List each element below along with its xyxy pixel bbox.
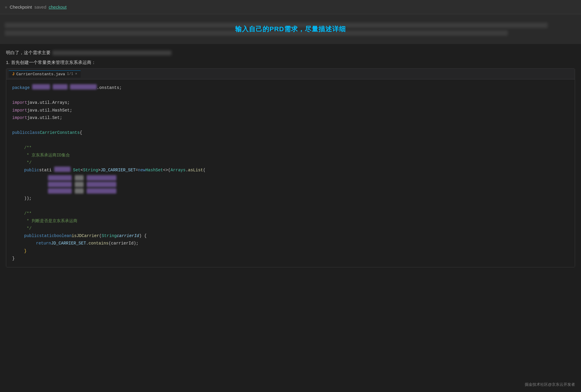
comment1-line3: */ [12,159,569,167]
comment2-line2: * 判断是否是京东系承运商 [12,217,569,225]
top-bar: ☆ Checkpoint saved checkout [0,0,581,14]
content-area: 明白了，这个需求主要 1. 首先创建一个常量类来管理京东系承运商： J Carr… [0,44,581,273]
class-decl: public class CarrierConstants { [12,129,569,137]
comment2-line1: /** [12,210,569,217]
tab-line-count: 1/1 [67,72,74,76]
val-blurred-6 [87,182,116,187]
return-stmt: return JD_CARRIER_SET.contains(carrierId… [12,240,569,247]
intro-blurred [52,51,171,55]
pkg-blurred-1 [32,84,50,90]
val-blurred-5 [75,182,84,187]
package-line: package .onstants; [12,84,569,92]
val-blurred-7 [48,188,72,194]
checkpoint-label: Checkpoint [10,4,32,10]
field-blurred-1 [54,167,71,172]
val-blurred-1 [48,175,72,181]
comment1-line1: /** [12,144,569,152]
saved-label: saved [34,4,46,10]
step-label: 1. 首先创建一个常量类来管理京东系承运商： [6,60,575,65]
toolbar-area: 输入自己的PRD需求，尽量描述详细 [0,14,581,44]
checkpoint-icon: ☆ [5,4,7,10]
comment1-line2: * 京东系承运商ID集合 [12,152,569,159]
val-blurred-3 [87,175,116,181]
comment2-line3: */ [12,225,569,232]
class-close: } [12,255,569,262]
val-blurred-2 [75,175,84,181]
checkout-link[interactable]: checkout [49,4,67,10]
tab-close-button[interactable]: × [75,72,77,76]
intro-text: 明白了，这个需求主要 [6,50,575,56]
watermark: 掘金技术社区@京东云开发者 [525,382,575,387]
val-blurred-8 [75,188,84,194]
prd-hint-label: 输入自己的PRD需求，尽量描述详细 [235,25,346,34]
import-3: import java.util.Set; [12,114,569,122]
intro-prefix: 明白了，这个需求主要 [6,50,51,56]
pkg-blurred-2 [53,84,68,90]
code-content: package .onstants; import java.util.Arra… [6,79,575,267]
java-tab-icon: J [12,72,15,76]
tab-filename: CarrierConstants.java [16,72,65,76]
code-editor: J CarrierConstants.java 1/1 × package .o… [6,68,575,267]
tab-item[interactable]: J CarrierConstants.java 1/1 × [9,70,81,78]
closing-paren: )); [12,195,569,202]
import-1: import java.util.Arrays; [12,99,569,106]
field-line: public stati Set<String> JD_CARRIER_SET … [12,167,569,174]
method-close: } [12,247,569,255]
val-blurred-9 [87,188,116,194]
tab-bar: J CarrierConstants.java 1/1 × [6,69,575,79]
method-decl: public static boolean isJDCarrier(String… [12,232,569,240]
blurred-values [12,175,569,194]
import-2: import java.util.HashSet; [12,107,569,114]
val-blurred-4 [48,182,72,187]
pkg-blurred-3 [70,84,97,90]
